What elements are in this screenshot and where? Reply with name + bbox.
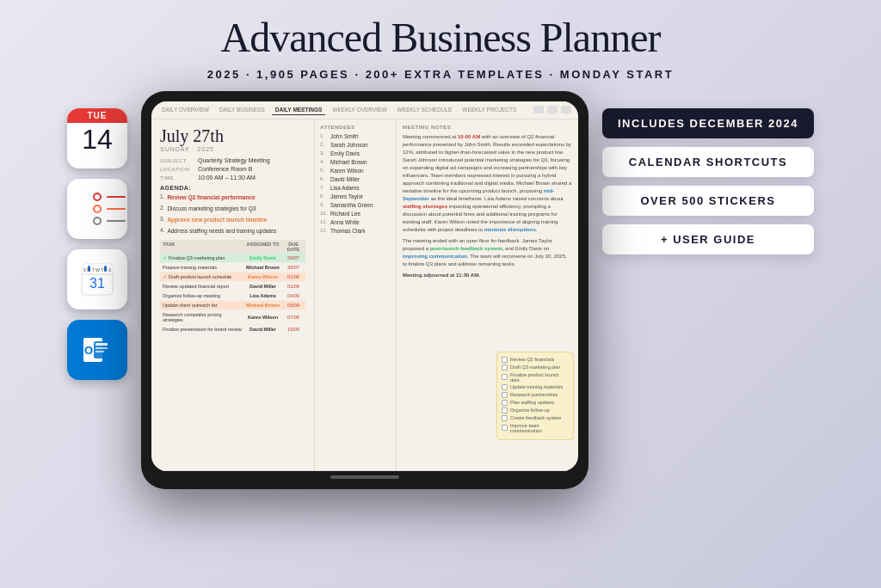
subject-value: Quarterly Strategy Meeting [198, 157, 270, 163]
title-area: Advanced Business Planner 2025 · 1,905 P… [0, 0, 881, 81]
notes-highlight-time: 10:00 AM [458, 134, 480, 139]
screen-content: July 27th SUNDAY · 2025 SUBJECT Quarterl… [151, 119, 578, 470]
attendee-row: 10.Richard Lee [320, 211, 391, 217]
notes-panel: MEETING NOTES Meeting commenced at 10:00… [397, 119, 578, 470]
agenda-title: AGENDA: [160, 185, 305, 191]
google-calendar-app-icon: 31 S M T W T F S [67, 249, 127, 309]
checkbox[interactable] [502, 407, 508, 413]
agenda-text-2: Discuss marketing strategies for Q3 [167, 205, 256, 212]
tasks-section: TASK ASSIGNED TO DUE DATE ✓Finalize Q3 m… [160, 240, 305, 334]
task-row: Review updated financial report David Mi… [160, 282, 305, 291]
task-row: Organize follow-up meeting Lisa Adams 04… [160, 291, 305, 301]
checkbox[interactable] [502, 415, 508, 421]
screen-nav: DAILY OVERVIEW DAILY BUSINESS DAILY MEET… [151, 101, 578, 119]
left-icons-column: TUE 14 31 S M T W T F S [67, 91, 127, 380]
badge-stickers-text: OVER 500 STICKERS [618, 194, 798, 207]
agenda-item-1: 1. Review Q2 financial performance [160, 193, 305, 201]
checkbox[interactable] [502, 364, 508, 371]
attendee-row: 9.Samantha Green [320, 202, 391, 208]
bottom-toolbar [151, 470, 578, 471]
content-area: TUE 14 31 S M T W T F S [0, 81, 881, 489]
location-value: Conference Room B [198, 166, 252, 172]
attendee-row: 5.Karen Wilson [320, 168, 391, 174]
svg-text:S M T W T F S: S M T W T F S [83, 267, 112, 273]
attendees-panel: ATTENDEES 1.John Smith 2.Sarah Johnson 3… [315, 119, 397, 470]
checkbox[interactable] [502, 384, 508, 390]
notes-adjourned: Meeting adjourned at 11:30 AM. [403, 272, 572, 279]
attendee-row: 3.Emily Davis [320, 150, 391, 156]
notes-paragraph-2: The meeting ended with an open floor for… [403, 237, 572, 268]
notes-title: MEETING NOTES [403, 125, 572, 130]
location-label: LOCATION [160, 166, 194, 172]
task-row: Finalize presentation for board review D… [160, 325, 305, 334]
nav-daily-meetings[interactable]: DAILY MEETINGS [272, 105, 326, 115]
device-screen: DAILY OVERVIEW DAILY BUSINESS DAILY MEET… [151, 101, 578, 471]
subject-field: SUBJECT Quarterly Strategy Meeting [160, 157, 305, 163]
time-field: TIME 10:00 AM – 11:30 AM [160, 175, 305, 181]
date-heading: July 27th [160, 126, 305, 146]
nav-icon-3 [561, 106, 571, 113]
nav-daily-business[interactable]: DAILY BUSINESS [216, 105, 268, 115]
badge-guide: + USER GUIDE [602, 224, 814, 254]
checkbox[interactable] [502, 400, 508, 406]
checkbox[interactable] [502, 425, 508, 431]
badge-shortcuts: CALENDAR SHORTCUTS [602, 147, 814, 177]
google-calendar-svg: 31 S M T W T F S [77, 259, 118, 300]
checklist-item: Improve team communication [502, 423, 569, 433]
time-value: 10:00 AM – 11:30 AM [198, 175, 256, 181]
nav-icon-1 [533, 106, 544, 113]
badge-shortcuts-text: CALENDAR SHORTCUTS [618, 156, 798, 168]
badge-guide-text: + USER GUIDE [618, 233, 798, 246]
device-mockup: DAILY OVERVIEW DAILY BUSINESS DAILY MEET… [141, 91, 588, 489]
task-row: Update client outreach list Michael Brow… [160, 301, 305, 310]
checklist-item: Research partnerships [502, 392, 569, 398]
reminder-dot-gray [93, 217, 102, 225]
attendee-row: 4.Michael Brown [320, 159, 391, 165]
reminder-dot-red [93, 193, 102, 201]
agenda-text-4: Address staffing needs and training upda… [167, 227, 276, 235]
checklist-item: Update training materials [502, 384, 569, 390]
badge-december: INCLUDES DECEMBER 2024 [602, 108, 814, 138]
checklist-item: Finalize product launch date [502, 372, 569, 383]
agenda-text-1: Review Q2 financial performance [167, 193, 255, 201]
checklist-item: Create feedback system [502, 415, 569, 421]
notes-highlight-feedback: post-launch feedback system, [430, 246, 504, 251]
outlook-app-icon: O [67, 320, 127, 380]
attendees-title: ATTENDEES [320, 125, 391, 130]
th-task: TASK [163, 242, 242, 252]
attendee-row: 11.Anna White [320, 219, 391, 225]
attendee-row: 2.Sarah Johnson [320, 142, 391, 148]
device-home-bar [330, 475, 399, 479]
agenda-item-2: 2. Discuss marketing strategies for Q3 [160, 205, 305, 212]
page-title: Advanced Business Planner [0, 15, 881, 61]
agenda-item-3: 3. Approve new product launch timeline [160, 216, 305, 224]
svg-text:31: 31 [89, 276, 105, 291]
checklist-item: Draft Q3 marketing plan [502, 364, 569, 371]
notes-highlight-communication: improving communication. [403, 254, 469, 259]
task-row: ✓Draft product launch schedule Karen Wil… [160, 273, 305, 282]
th-due: DUE DATE [284, 242, 303, 252]
tasks-header: TASK ASSIGNED TO DUE DATE [160, 240, 305, 254]
checklist-item: Plan staffing updates [502, 400, 569, 406]
agenda-item-4: 4. Address staffing needs and training u… [160, 227, 305, 235]
checkbox[interactable] [502, 374, 508, 380]
notes-highlight-disruptions: minimize disruptions. [484, 227, 538, 232]
task-row: ✓Finalize Q3 marketing plan Emily Davis … [160, 254, 305, 263]
calendar-day-label: TUE [67, 108, 127, 123]
checklist-overlay: Review Q2 financials Draft Q3 marketing … [496, 352, 574, 440]
calendar-day-number: 14 [67, 123, 127, 155]
svg-rect-11 [95, 343, 108, 346]
attendee-row: 8.James Taylor [320, 193, 391, 199]
nav-daily-overview[interactable]: DAILY OVERVIEW [158, 105, 213, 115]
agenda-text-3: Approve new product launch timeline [167, 216, 267, 224]
right-badges: INCLUDES DECEMBER 2024 CALENDAR SHORTCUT… [602, 91, 814, 254]
checkbox[interactable] [502, 392, 508, 398]
badge-december-text: INCLUDES DECEMBER 2024 [618, 117, 798, 130]
nav-items: DAILY OVERVIEW DAILY BUSINESS DAILY MEET… [158, 105, 528, 115]
nav-weekly-overview[interactable]: WEEKLY OVERVIEW [329, 105, 390, 115]
nav-weekly-schedule[interactable]: WEEKLY SCHEDULE [394, 105, 456, 115]
checkbox[interactable] [502, 357, 508, 363]
nav-weekly-projects[interactable]: WEEKLY PROJECTS [459, 105, 520, 115]
subject-label: SUBJECT [160, 157, 194, 163]
attendee-row: 7.Lisa Adams [320, 185, 391, 191]
